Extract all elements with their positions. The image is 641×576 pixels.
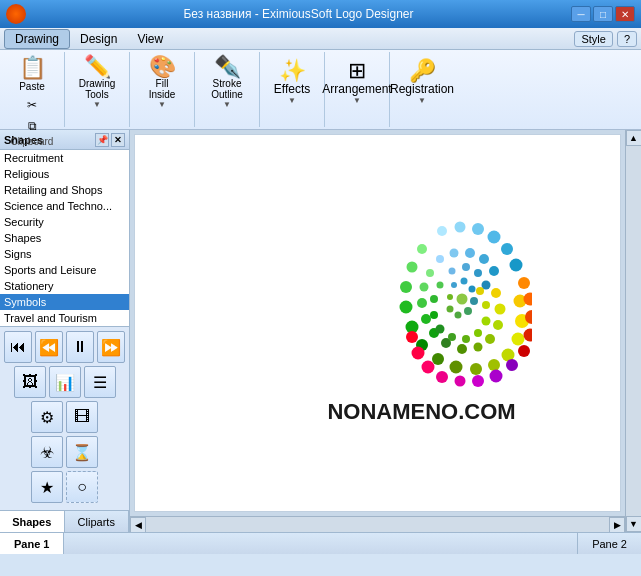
- svg-point-62: [482, 301, 490, 309]
- svg-point-36: [479, 254, 489, 264]
- help-button[interactable]: ?: [617, 31, 637, 47]
- svg-point-71: [447, 294, 453, 300]
- shapes-list-item[interactable]: Signs: [0, 246, 129, 262]
- toolbar: 📋 Paste ✂ ⧉ Clipboard ✏️ DrawingTools ▼ …: [0, 50, 641, 130]
- panel-close-button[interactable]: ✕: [111, 133, 125, 147]
- next-button[interactable]: ⏩: [97, 331, 125, 363]
- canvas-white[interactable]: NONAMENO.COM: [134, 134, 621, 512]
- scroll-left-button[interactable]: ◀: [130, 517, 146, 533]
- panel-tab-shapes[interactable]: Shapes: [0, 511, 65, 532]
- shapes-list-item[interactable]: Retailing and Shops: [0, 182, 129, 198]
- registration-label-wrap: Registration ▼: [390, 82, 454, 105]
- horizontal-scrollbar[interactable]: ◀ ▶: [130, 516, 625, 532]
- cut-button[interactable]: ✂: [21, 95, 43, 115]
- pause-button[interactable]: ⏸: [66, 331, 94, 363]
- shapes-list-item[interactable]: Shapes: [0, 230, 129, 246]
- svg-point-63: [476, 287, 484, 295]
- svg-point-25: [506, 359, 518, 371]
- logo-container: NONAMENO.COM: [312, 221, 532, 425]
- effects-button[interactable]: ✨ Effects ▼: [266, 54, 318, 110]
- scroll-right-button[interactable]: ▶: [609, 517, 625, 533]
- prev-button[interactable]: ⏪: [35, 331, 63, 363]
- shapes-list-item[interactable]: Recruitment: [0, 150, 129, 166]
- svg-point-51: [462, 263, 470, 271]
- clipboard-label: Clipboard: [11, 136, 54, 149]
- shapes-list-item[interactable]: Science and Techno...: [0, 198, 129, 214]
- svg-point-54: [436, 282, 443, 289]
- fill-inside-icon: 🎨: [149, 56, 176, 78]
- minimize-button[interactable]: ─: [571, 6, 591, 22]
- svg-point-47: [493, 320, 503, 330]
- shapes-list-item[interactable]: Stationery: [0, 278, 129, 294]
- scroll-up-button[interactable]: ▲: [626, 130, 642, 146]
- menu-view[interactable]: View: [127, 30, 173, 48]
- shapes-list-item[interactable]: Travel and Tourism: [0, 310, 129, 326]
- svg-point-41: [421, 314, 431, 324]
- gear-tool-button[interactable]: ⚙: [31, 401, 63, 433]
- logo-text: NONAMENO.COM: [327, 399, 515, 425]
- status-pane2: Pane 2: [577, 533, 641, 554]
- effects-group: ✨ Effects ▼: [262, 52, 325, 127]
- menu-design[interactable]: Design: [70, 30, 127, 48]
- image-tool-button[interactable]: 🖼: [14, 366, 46, 398]
- film-tool-button[interactable]: 🎞: [66, 401, 98, 433]
- chart-tool-button[interactable]: 📊: [49, 366, 81, 398]
- fill-inside-button[interactable]: 🎨 FillInside ▼: [136, 54, 188, 110]
- style-button[interactable]: Style: [574, 31, 612, 47]
- stroke-outline-button[interactable]: ✒️ StrokeOutline ▼: [201, 54, 253, 110]
- registration-button[interactable]: 🔑 Registration ▼: [396, 54, 448, 110]
- hourglass-tool-button[interactable]: ⌛: [66, 436, 98, 468]
- svg-point-60: [474, 329, 482, 337]
- svg-point-5: [509, 259, 522, 272]
- paste-icon: 📋: [19, 57, 46, 79]
- stroke-outline-arrow: ▼: [223, 100, 231, 109]
- svg-point-31: [411, 347, 424, 360]
- drawing-tools-button[interactable]: ✏️ DrawingTools ▼: [71, 54, 123, 110]
- svg-point-28: [454, 376, 465, 387]
- svg-point-6: [417, 244, 427, 254]
- svg-point-48: [494, 304, 505, 315]
- drawing-tools-icon: ✏️: [84, 56, 111, 78]
- panel-tabs: Shapes Cliparts: [0, 510, 129, 532]
- maximize-button[interactable]: □: [593, 6, 613, 22]
- dotted-tool-button[interactable]: ○: [66, 471, 98, 503]
- shapes-list-item[interactable]: Religious: [0, 166, 129, 182]
- title-bar: Без назвния - EximiousSoft Logo Designer…: [0, 0, 641, 28]
- svg-point-52: [474, 269, 482, 277]
- svg-point-4: [501, 243, 513, 255]
- list-tool-button[interactable]: ☰: [84, 366, 116, 398]
- registration-icon: 🔑: [409, 60, 436, 82]
- close-button[interactable]: ✕: [615, 6, 635, 22]
- star-tool-button[interactable]: ★: [31, 471, 63, 503]
- panel-tab-cliparts[interactable]: Cliparts: [65, 511, 130, 532]
- arrangement-group: ⊞ Arrangement ▼: [327, 52, 390, 127]
- svg-point-2: [472, 223, 484, 235]
- shapes-tools-row-5: ★ ○: [4, 471, 125, 503]
- svg-point-23: [523, 329, 532, 342]
- arrangement-button[interactable]: ⊞ Arrangement ▼: [331, 54, 383, 110]
- svg-point-68: [464, 307, 472, 315]
- shapes-list-item[interactable]: Security: [0, 214, 129, 230]
- copy-button[interactable]: ⧉: [21, 116, 43, 136]
- svg-point-32: [406, 331, 418, 343]
- scroll-track-h[interactable]: [146, 517, 609, 532]
- menu-drawing[interactable]: Drawing: [4, 29, 70, 49]
- shapes-tools-row-4: ☣ ⌛: [4, 436, 125, 468]
- canvas-area: NONAMENO.COM ◀ ▶ ▲ ▼: [130, 130, 641, 532]
- bio-tool-button[interactable]: ☣: [31, 436, 63, 468]
- shapes-list-item[interactable]: Sports and Leisure: [0, 262, 129, 278]
- panel-pin-button[interactable]: 📌: [95, 133, 109, 147]
- vertical-scrollbar[interactable]: ▲ ▼: [625, 130, 641, 532]
- paste-button[interactable]: 📋 Paste: [6, 54, 58, 95]
- scroll-down-button[interactable]: ▼: [626, 516, 642, 532]
- window-title: Без назвния - EximiousSoft Logo Designer: [183, 7, 413, 21]
- prev-start-button[interactable]: ⏮: [4, 331, 32, 363]
- registration-group: 🔑 Registration ▼: [392, 52, 452, 127]
- status-pane1[interactable]: Pane 1: [0, 533, 64, 554]
- canvas-main: NONAMENO.COM ◀ ▶: [130, 130, 625, 532]
- shapes-list[interactable]: RecruitmentReligiousRetailing and ShopsS…: [0, 150, 129, 326]
- clipboard-small-group: ✂ ⧉: [21, 95, 43, 136]
- shapes-list-item[interactable]: Symbols: [0, 294, 129, 310]
- registration-label: Registration: [390, 82, 454, 96]
- svg-point-0: [437, 226, 447, 236]
